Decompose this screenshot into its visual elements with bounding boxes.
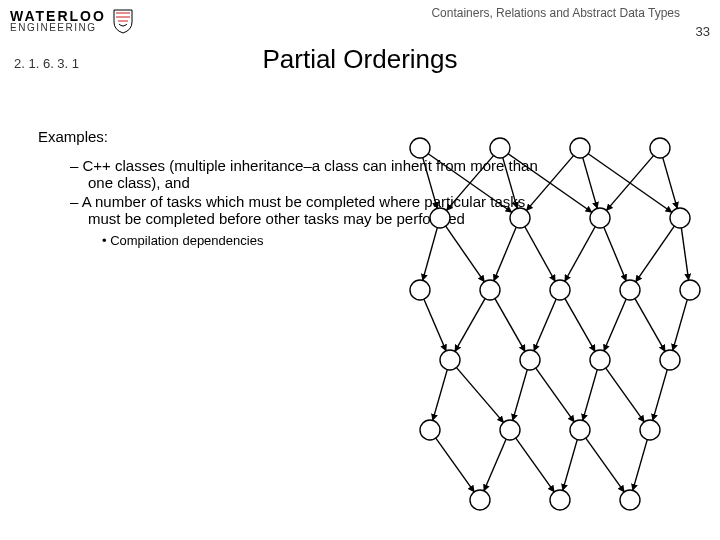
svg-line-30 bbox=[583, 370, 598, 421]
svg-line-22 bbox=[565, 299, 595, 352]
svg-line-33 bbox=[436, 438, 474, 492]
svg-line-2 bbox=[447, 156, 494, 211]
svg-point-58 bbox=[570, 420, 590, 440]
svg-line-28 bbox=[513, 370, 528, 421]
svg-point-62 bbox=[620, 490, 640, 510]
svg-line-27 bbox=[457, 368, 504, 423]
svg-line-14 bbox=[565, 227, 595, 282]
svg-line-15 bbox=[604, 227, 626, 281]
svg-point-49 bbox=[550, 280, 570, 300]
svg-point-47 bbox=[410, 280, 430, 300]
svg-line-29 bbox=[536, 368, 574, 422]
svg-point-56 bbox=[420, 420, 440, 440]
svg-line-31 bbox=[606, 368, 644, 422]
svg-line-38 bbox=[633, 440, 648, 491]
logo-wordmark: WATERLOO ENGINEERING bbox=[10, 9, 106, 33]
logo-wordmark-top: WATERLOO bbox=[10, 9, 106, 23]
svg-point-50 bbox=[620, 280, 640, 300]
svg-point-55 bbox=[660, 350, 680, 370]
svg-line-17 bbox=[681, 228, 688, 280]
svg-point-43 bbox=[430, 208, 450, 228]
svg-point-41 bbox=[570, 138, 590, 158]
svg-line-5 bbox=[527, 156, 574, 211]
svg-point-48 bbox=[480, 280, 500, 300]
svg-point-44 bbox=[510, 208, 530, 228]
svg-point-40 bbox=[490, 138, 510, 158]
svg-line-26 bbox=[433, 370, 448, 421]
svg-line-12 bbox=[494, 227, 516, 281]
svg-point-57 bbox=[500, 420, 520, 440]
svg-line-10 bbox=[423, 228, 438, 281]
svg-point-45 bbox=[590, 208, 610, 228]
breadcrumb: Containers, Relations and Abstract Data … bbox=[431, 6, 680, 20]
svg-point-60 bbox=[470, 490, 490, 510]
svg-point-42 bbox=[650, 138, 670, 158]
svg-line-3 bbox=[503, 158, 518, 209]
svg-line-37 bbox=[586, 438, 624, 492]
page-number: 33 bbox=[696, 24, 710, 39]
svg-point-46 bbox=[670, 208, 690, 228]
svg-line-25 bbox=[673, 300, 688, 351]
svg-point-54 bbox=[590, 350, 610, 370]
svg-line-36 bbox=[563, 440, 578, 491]
svg-line-19 bbox=[455, 299, 485, 352]
svg-line-23 bbox=[604, 299, 626, 351]
partial-order-diagram bbox=[380, 130, 720, 530]
svg-line-34 bbox=[484, 439, 506, 491]
svg-line-20 bbox=[495, 299, 525, 352]
svg-line-8 bbox=[607, 156, 654, 211]
svg-line-24 bbox=[635, 299, 665, 352]
svg-line-6 bbox=[583, 158, 598, 209]
svg-line-11 bbox=[446, 226, 485, 282]
svg-point-39 bbox=[410, 138, 430, 158]
svg-point-51 bbox=[680, 280, 700, 300]
crest-icon bbox=[112, 8, 134, 34]
svg-line-32 bbox=[653, 370, 668, 421]
svg-line-0 bbox=[423, 158, 438, 209]
svg-point-59 bbox=[640, 420, 660, 440]
svg-line-9 bbox=[663, 158, 678, 209]
page-title: Partial Orderings bbox=[0, 44, 720, 75]
svg-line-13 bbox=[525, 227, 555, 282]
svg-line-21 bbox=[534, 299, 556, 351]
svg-point-53 bbox=[520, 350, 540, 370]
svg-point-52 bbox=[440, 350, 460, 370]
svg-line-16 bbox=[636, 226, 675, 282]
svg-line-18 bbox=[424, 299, 446, 351]
logo: WATERLOO ENGINEERING bbox=[10, 8, 134, 34]
svg-line-35 bbox=[516, 438, 554, 492]
svg-point-61 bbox=[550, 490, 570, 510]
logo-wordmark-bottom: ENGINEERING bbox=[10, 23, 106, 33]
